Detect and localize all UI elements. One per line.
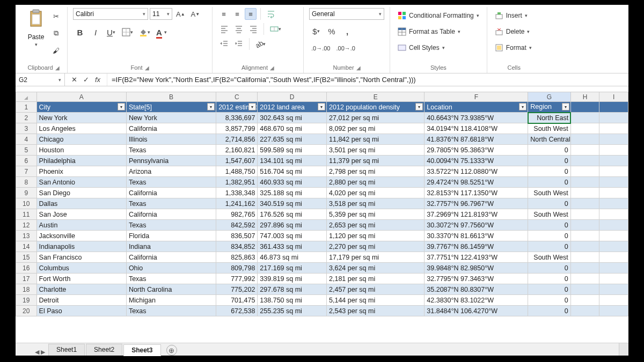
table-cell[interactable]: 834,852 (216, 241, 258, 252)
table-header-cell[interactable]: 2012 population density▾ (327, 102, 425, 113)
table-cell[interactable]: Illinois (126, 134, 216, 145)
table-cell[interactable]: 302.643 sq mi (258, 113, 327, 123)
font-name-select[interactable]: Calibri▾ (73, 8, 148, 20)
align-bottom-button[interactable]: ≡ (245, 8, 257, 20)
merge-button[interactable]: ▾ (268, 23, 283, 35)
table-cell[interactable]: South West (528, 123, 570, 134)
table-cell[interactable]: 30.3370°N 81.6613°W (425, 231, 528, 241)
font-color-button[interactable]: A▾ (154, 25, 169, 39)
table-cell[interactable]: 0 (528, 263, 570, 274)
table-cell[interactable]: 46.873 sq mi (258, 252, 327, 263)
orientation-button[interactable]: ab▾ (253, 38, 268, 50)
table-cell[interactable]: 32.7757°N 96.7967°W (425, 198, 528, 209)
table-header-cell[interactable]: Location▾ (425, 102, 528, 113)
table-cell[interactable]: Michigan (126, 295, 216, 306)
table-cell[interactable]: South West (528, 188, 570, 198)
table-cell[interactable]: Houston (36, 145, 126, 156)
table-header-cell[interactable]: City▾ (36, 102, 126, 113)
row-header[interactable]: 16 (16, 263, 37, 274)
row-header[interactable]: 8 (16, 177, 37, 188)
table-header-cell[interactable]: 2012 estimate▾ (216, 102, 258, 113)
conditional-formatting-button[interactable]: Conditional Formatting▾ (396, 9, 481, 22)
table-cell[interactable]: 1,382,951 (216, 177, 258, 188)
table-cell[interactable]: 35.2087°N 80.8307°W (425, 284, 528, 295)
increase-indent-button[interactable] (232, 38, 245, 50)
formula-input[interactable]: =IF(B2="New York","North East",IF(B2="Ca… (107, 73, 628, 86)
format-painter-button[interactable]: 🖌 (50, 45, 62, 56)
row-header[interactable]: 6 (16, 156, 37, 166)
table-cell[interactable]: California (126, 188, 216, 198)
table-cell[interactable]: 0 (528, 220, 570, 231)
filter-icon[interactable]: ▾ (248, 103, 256, 110)
table-cell[interactable]: El Paso (36, 306, 126, 316)
table-cell[interactable]: Chicago (36, 134, 126, 145)
align-center-button[interactable] (232, 23, 245, 35)
row-header[interactable]: 15 (16, 252, 37, 263)
table-cell[interactable]: 1,120 per sq mi (327, 231, 425, 241)
name-box[interactable]: G2▾ (16, 73, 65, 86)
table-cell[interactable]: 0 (528, 166, 570, 177)
sheet-tab[interactable]: Sheet3 (123, 344, 160, 356)
accept-formula-button[interactable]: ✓ (80, 74, 92, 86)
table-cell[interactable]: 3,624 per sq mi (327, 263, 425, 274)
row-header[interactable]: 3 (16, 123, 37, 134)
table-cell[interactable]: Arizona (126, 166, 216, 177)
table-cell[interactable]: 0 (528, 295, 570, 306)
table-cell[interactable]: Texas (126, 306, 216, 316)
row-header[interactable]: 7 (16, 166, 37, 177)
table-cell[interactable]: 4,020 per sq mi (327, 188, 425, 198)
table-cell[interactable]: 3,518 per sq mi (327, 198, 425, 209)
table-cell[interactable]: 40.6643°N 73.9385°W (425, 113, 528, 123)
table-cell[interactable]: 3,501 per sq mi (327, 145, 425, 156)
row-header[interactable]: 5 (16, 145, 37, 156)
table-cell[interactable]: 701,475 (216, 295, 258, 306)
table-cell[interactable]: 2,270 per sq mi (327, 241, 425, 252)
underline-button[interactable]: U▾ (104, 25, 118, 39)
table-cell[interactable]: Texas (126, 145, 216, 156)
table-cell[interactable]: 42.3830°N 83.1022°W (425, 295, 528, 306)
table-cell[interactable]: San Diego (36, 188, 126, 198)
delete-cells-button[interactable]: Delete▾ (493, 25, 532, 38)
column-header[interactable]: E (327, 92, 425, 102)
table-cell[interactable]: 361.433 sq mi (258, 241, 327, 252)
table-cell[interactable]: Phoenix (36, 166, 126, 177)
filter-icon[interactable]: ▾ (519, 103, 526, 110)
align-left-button[interactable] (218, 23, 231, 35)
font-size-select[interactable]: 11▾ (150, 8, 172, 20)
row-header[interactable]: 19 (16, 295, 37, 306)
table-cell[interactable]: 29.4724°N 98.5251°W (425, 177, 528, 188)
row-header[interactable]: 10 (16, 198, 37, 209)
column-header[interactable]: H (570, 92, 599, 102)
table-header-cell[interactable]: 2012 land area▾ (258, 102, 327, 113)
table-cell[interactable]: 255.235 sq mi (258, 306, 327, 316)
table-cell[interactable]: 33.5722°N 112.0880°W (425, 166, 528, 177)
filter-icon[interactable]: ▾ (118, 103, 125, 110)
decrease-font-button[interactable]: A▼ (189, 8, 202, 20)
filter-icon[interactable]: ▾ (415, 103, 423, 110)
table-cell[interactable]: Florida (126, 231, 216, 241)
table-cell[interactable]: 2,160,821 (216, 145, 258, 156)
bold-button[interactable]: B (73, 25, 87, 39)
decrease-decimal-button[interactable]: .00→.0 (334, 42, 357, 54)
table-cell[interactable]: 468.670 sq mi (258, 123, 327, 134)
format-cells-button[interactable]: Format▾ (493, 41, 534, 54)
table-cell[interactable]: 34.0194°N 118.4108°W (425, 123, 528, 134)
table-cell[interactable]: 2,457 per sq mi (327, 284, 425, 295)
table-cell[interactable]: 8,336,697 (216, 113, 258, 123)
table-cell[interactable]: Texas (126, 220, 216, 231)
dialog-launcher-icon[interactable]: ◢ (270, 65, 274, 71)
currency-button[interactable]: $▾ (309, 24, 323, 38)
table-cell[interactable]: 1,241,162 (216, 198, 258, 209)
table-cell[interactable]: 325.188 sq mi (258, 188, 327, 198)
table-cell[interactable]: Texas (126, 177, 216, 188)
table-cell[interactable]: 227.635 sq mi (258, 134, 327, 145)
table-cell[interactable]: 516.704 sq mi (258, 166, 327, 177)
row-header[interactable]: 17 (16, 274, 37, 284)
spreadsheet-grid[interactable]: ◢ABCDEFGHI1City▾State[5]▾2012 estimate▾2… (16, 92, 628, 343)
table-cell[interactable]: 339.819 sq mi (258, 274, 327, 284)
table-cell[interactable]: 29.7805°N 95.3863°W (425, 145, 528, 156)
table-cell[interactable]: 11,379 per sq mi (327, 156, 425, 166)
table-cell[interactable]: 40.0094°N 75.1333°W (425, 156, 528, 166)
filter-icon[interactable]: ▾ (318, 103, 325, 110)
table-cell[interactable]: 775,202 (216, 284, 258, 295)
